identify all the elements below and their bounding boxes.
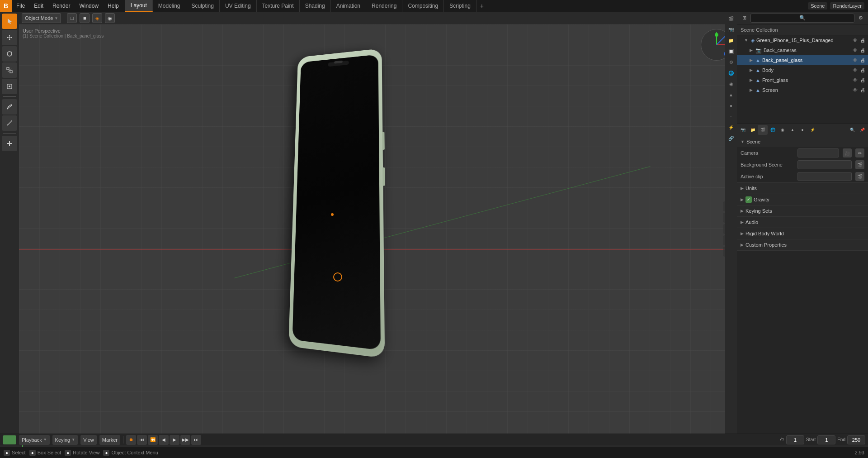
tab-scripting[interactable]: Scripting bbox=[444, 0, 476, 12]
rp-filter-icon[interactable]: ⊞ bbox=[740, 14, 749, 23]
menu-render[interactable]: Render bbox=[48, 0, 75, 12]
jump-end-button[interactable]: ⏭ bbox=[191, 435, 201, 445]
rigid-body-world-header[interactable]: ▶ Rigid Body World bbox=[737, 228, 868, 239]
3d-viewport[interactable]: User Perspective (1) Scene Collection | … bbox=[19, 24, 737, 434]
tab-layout[interactable]: Layout bbox=[125, 0, 153, 12]
camera-edit-icon[interactable]: ✏ bbox=[855, 148, 864, 157]
playback-menu[interactable]: Playback ▼ bbox=[19, 435, 50, 445]
props-mesh-icon[interactable]: ▲ bbox=[726, 90, 736, 100]
current-frame-box[interactable]: 1 bbox=[786, 435, 804, 444]
tab-sculpting[interactable]: Sculpting bbox=[186, 0, 220, 12]
props-tab-physics[interactable]: ⚡ bbox=[807, 125, 817, 135]
outliner-item-body[interactable]: ▶ ▲ Body 👁 🖨 bbox=[737, 65, 868, 75]
gravity-checkbox-box[interactable]: ✓ bbox=[745, 196, 752, 203]
tab-shading[interactable]: Shading bbox=[300, 0, 331, 12]
bg-scene-pick-icon[interactable]: 🎬 bbox=[855, 160, 864, 169]
props-tab-world[interactable]: 🌐 bbox=[768, 125, 778, 135]
props-tab-material[interactable]: ● bbox=[797, 125, 807, 135]
top-menu-bar: B File Edit Render Window Help Layout Mo… bbox=[0, 0, 868, 12]
cursor-tool[interactable] bbox=[2, 14, 17, 29]
step-back-button[interactable]: ⏪ bbox=[148, 435, 158, 445]
units-section-header[interactable]: ▶ Units bbox=[737, 183, 868, 194]
scene-section-header[interactable]: ▼ Scene bbox=[737, 136, 868, 147]
viewport-shading-solid[interactable]: ■ bbox=[80, 13, 90, 23]
props-output-icon[interactable]: 📁 bbox=[726, 35, 736, 45]
camera-pick-icon[interactable]: 🎥 bbox=[843, 148, 852, 157]
step-forward-frame-button[interactable]: ▶▶ bbox=[180, 435, 190, 445]
app-logo: B bbox=[0, 0, 12, 12]
gravity-section-header[interactable]: ▶ ✓ Gravity bbox=[737, 194, 868, 205]
active-clip-value[interactable] bbox=[797, 172, 852, 181]
rigid-body-world-section: ▶ Rigid Body World bbox=[737, 228, 868, 239]
end-frame-box[interactable]: 250 bbox=[847, 435, 865, 444]
props-scene-prop-icon[interactable]: ⚙ bbox=[726, 57, 736, 67]
phone-screen bbox=[292, 54, 381, 350]
rp-settings-icon[interactable]: ⚙ bbox=[856, 14, 865, 23]
menu-file[interactable]: File bbox=[12, 0, 29, 12]
marker-menu[interactable]: Marker bbox=[99, 435, 120, 445]
props-material-icon[interactable]: ● bbox=[726, 100, 736, 110]
menu-help[interactable]: Help bbox=[103, 0, 123, 12]
active-clip-pick-icon[interactable]: 🎬 bbox=[855, 172, 864, 181]
props-physics-icon[interactable]: ⚡ bbox=[726, 122, 736, 132]
render-layer-selector[interactable]: RenderLayer bbox=[830, 2, 864, 10]
camera-value[interactable] bbox=[797, 148, 839, 157]
add-object-tool[interactable] bbox=[2, 136, 17, 151]
props-tab-output[interactable]: 📁 bbox=[748, 125, 758, 135]
annotate-tool[interactable] bbox=[2, 99, 17, 114]
timeline-frame-start-marker bbox=[3, 435, 16, 444]
record-button[interactable]: ⏺ bbox=[126, 435, 136, 445]
custom-properties-header[interactable]: ▶ Custom Properties bbox=[737, 239, 868, 250]
units-section: ▶ Units bbox=[737, 183, 868, 194]
measure-tool[interactable] bbox=[2, 115, 17, 131]
transform-tool[interactable] bbox=[2, 79, 17, 94]
outliner-item-iphone[interactable]: ▼ ◈ Green_iPhone_15_Plus_Damaged 👁 🖨 bbox=[737, 35, 868, 45]
props-scene-icon[interactable]: 🎬 bbox=[726, 14, 736, 24]
scale-tool[interactable] bbox=[2, 62, 17, 78]
outliner-search[interactable]: 🔍 bbox=[750, 14, 854, 23]
menu-edit[interactable]: Edit bbox=[29, 0, 48, 12]
props-tab-scene-active[interactable]: 🎬 bbox=[758, 125, 768, 135]
start-frame-box[interactable]: 1 bbox=[817, 435, 835, 444]
props-particles-icon[interactable]: · bbox=[726, 111, 736, 121]
props-world-icon[interactable]: 🌐 bbox=[726, 68, 736, 78]
status-rotate: ● Rotate View bbox=[65, 450, 99, 456]
keying-menu[interactable]: Keying ▼ bbox=[52, 435, 78, 445]
view-menu[interactable]: View bbox=[80, 435, 97, 445]
viewport-shading-wireframe[interactable]: □ bbox=[67, 13, 77, 23]
outliner-item-back-cameras[interactable]: ▶ 📷 Back_cameras 👁 🖨 bbox=[737, 45, 868, 55]
props-tab-mesh[interactable]: ▲ bbox=[788, 125, 797, 135]
props-render-icon[interactable]: 📷 bbox=[726, 24, 736, 34]
props-viewlayer-icon[interactable]: 🔲 bbox=[726, 46, 736, 56]
move-tool[interactable] bbox=[2, 30, 17, 45]
props-object-icon[interactable]: ◉ bbox=[726, 79, 736, 89]
props-tab-object[interactable]: ◉ bbox=[778, 125, 788, 135]
scene-selector[interactable]: Scene bbox=[808, 2, 827, 10]
jump-start-button[interactable]: ⏮ bbox=[137, 435, 147, 445]
tab-modeling[interactable]: Modeling bbox=[153, 0, 186, 12]
rotate-tool[interactable] bbox=[2, 46, 17, 62]
keying-sets-header[interactable]: ▶ Keying Sets bbox=[737, 205, 868, 216]
props-pin[interactable]: 📌 bbox=[857, 125, 867, 135]
viewport-shading-material[interactable]: ◉ bbox=[105, 13, 115, 23]
tab-rendering[interactable]: Rendering bbox=[366, 0, 402, 12]
tab-animation[interactable]: Animation bbox=[331, 0, 366, 12]
add-workspace-button[interactable]: + bbox=[476, 2, 487, 10]
object-mode-dropdown[interactable]: Object Mode ▼ bbox=[22, 13, 61, 23]
viewport-shading-rendered[interactable]: ◈ bbox=[92, 13, 102, 23]
props-search[interactable]: 🔍 bbox=[847, 125, 857, 135]
outliner-item-front-glass[interactable]: ▶ ▲ Front_glass 👁 🖨 bbox=[737, 75, 868, 85]
properties-tab-row: 📷 📁 🎬 🌐 ◉ ▲ ● ⚡ 🔍 📌 bbox=[737, 124, 868, 136]
tab-compositing[interactable]: Compositing bbox=[402, 0, 444, 12]
outliner-item-screen[interactable]: ▶ ▲ Screen 👁 🖨 bbox=[737, 85, 868, 95]
bg-scene-value[interactable] bbox=[797, 160, 852, 169]
outliner-item-back-panel-glass[interactable]: ▶ ▲ Back_panel_glass 👁 🖨 bbox=[737, 55, 868, 65]
step-back-frame-button[interactable]: ◀ bbox=[159, 435, 169, 445]
tab-uv-editing[interactable]: UV Editing bbox=[220, 0, 257, 12]
audio-section-header[interactable]: ▶ Audio bbox=[737, 217, 868, 228]
props-constraints-icon[interactable]: 🔗 bbox=[726, 133, 736, 143]
menu-window[interactable]: Window bbox=[75, 0, 103, 12]
tab-texture-paint[interactable]: Texture Paint bbox=[257, 0, 300, 12]
play-button[interactable]: ▶ bbox=[170, 435, 179, 445]
props-tab-render[interactable]: 📷 bbox=[738, 125, 748, 135]
